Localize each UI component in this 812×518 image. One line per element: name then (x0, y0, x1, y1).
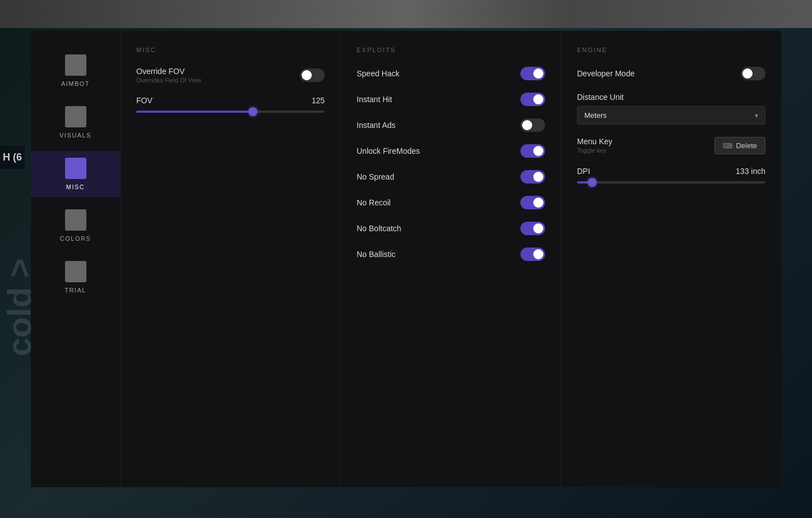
menu-key-button[interactable]: ⌨ Delete (714, 137, 765, 154)
speed-hack-label: Speed Hack (357, 69, 399, 78)
misc-title: MISC (136, 47, 325, 53)
dpi-slider-track[interactable] (577, 181, 765, 184)
no-recoil-label: No Recoil (357, 198, 391, 207)
instant-ads-toggle[interactable] (520, 118, 545, 132)
no-boltcatch-label: No Boltcatch (357, 224, 401, 233)
dpi-slider-header: DPI 133 inch (577, 167, 765, 176)
sidebar-item-aimbot[interactable]: AIMBOT (31, 48, 120, 94)
menu-key-info: Menu Key Toggle key (577, 137, 612, 154)
sidebar-label-aimbot: AIMBOT (61, 80, 90, 87)
sidebar-item-colors[interactable]: COLORS (31, 203, 120, 249)
no-boltcatch-knob (533, 223, 543, 233)
override-fov-toggle[interactable] (300, 68, 325, 82)
dpi-label: DPI (577, 167, 590, 176)
menu-key-header: Menu Key Toggle key ⌨ Delete (577, 137, 765, 154)
content-area: MISC Override FOV Overrides Field Of Vie… (121, 31, 781, 487)
fov-slider-track[interactable] (136, 111, 325, 113)
instant-ads-row: Instant Ads (357, 118, 545, 132)
chevron-down-icon: ▾ (755, 112, 758, 120)
engine-panel: ENGINE Developer Mode Distance Unit Mete… (561, 31, 781, 487)
sidebar-item-trial[interactable]: TRIAL (31, 254, 120, 300)
fov-label: FOV (136, 96, 153, 105)
distance-unit-value: Meters (584, 111, 607, 120)
override-fov-label: Override FOV (136, 67, 201, 76)
menu-key-sublabel: Toggle key (577, 147, 612, 154)
unlock-firemodes-toggle[interactable] (520, 144, 545, 158)
developer-mode-row: Developer Mode (577, 67, 765, 80)
speed-hack-row: Speed Hack (357, 67, 545, 80)
sidebar: AIMBOT VISUALS MISC COLORS TRIAL (31, 31, 121, 487)
instant-ads-knob (522, 120, 532, 130)
distance-unit-dropdown[interactable]: Meters ▾ (577, 106, 765, 125)
no-recoil-toggle[interactable] (520, 196, 545, 209)
distance-unit-label: Distance Unit (577, 93, 765, 102)
sidebar-item-misc[interactable]: MISC (31, 151, 120, 197)
trial-icon (65, 261, 86, 282)
instant-hit-toggle[interactable] (520, 93, 545, 106)
instant-hit-row: Instant Hit (357, 93, 545, 106)
top-bar-image (0, 0, 812, 28)
sidebar-label-trial: TRIAL (64, 287, 86, 294)
speed-hack-knob (533, 68, 543, 79)
instant-ads-label: Instant Ads (357, 121, 395, 130)
keyboard-icon: ⌨ (723, 142, 732, 150)
no-recoil-knob (533, 198, 543, 208)
instant-hit-label: Instant Hit (357, 95, 392, 104)
unlock-firemodes-knob (533, 146, 543, 156)
partial-left-text: H (6 (0, 146, 25, 169)
fov-slider-thumb[interactable] (248, 107, 257, 116)
no-boltcatch-toggle[interactable] (520, 222, 545, 235)
exploits-title: EXPLOITS (357, 47, 545, 53)
dpi-value: 133 inch (736, 167, 765, 176)
misc-icon (65, 158, 86, 179)
distance-unit-row: Distance Unit Meters ▾ (577, 93, 765, 125)
no-ballistic-row: No Ballistic (357, 247, 545, 261)
main-container: AIMBOT VISUALS MISC COLORS TRIAL MISC (31, 31, 781, 487)
override-fov-row: Override FOV Overrides Field Of View (136, 67, 325, 84)
instant-hit-knob (533, 94, 543, 104)
developer-mode-knob (742, 68, 753, 79)
no-recoil-row: No Recoil (357, 196, 545, 209)
menu-key-value: Delete (736, 141, 757, 150)
no-ballistic-toggle[interactable] (520, 247, 545, 261)
menu-key-label: Menu Key (577, 137, 612, 146)
no-ballistic-knob (533, 249, 543, 259)
sidebar-label-misc: MISC (66, 184, 85, 190)
no-spread-row: No Spread (357, 170, 545, 184)
no-spread-toggle[interactable] (520, 170, 545, 184)
developer-mode-label: Developer Mode (577, 69, 635, 78)
speed-hack-toggle[interactable] (520, 67, 545, 80)
override-fov-label-group: Override FOV Overrides Field Of View (136, 67, 201, 84)
override-fov-sublabel: Overrides Field Of View (136, 77, 201, 84)
no-spread-label: No Spread (357, 172, 394, 181)
misc-panel: MISC Override FOV Overrides Field Of Vie… (121, 31, 341, 487)
visuals-icon (65, 106, 86, 127)
fov-value: 125 (312, 96, 325, 105)
menu-key-row: Menu Key Toggle key ⌨ Delete (577, 137, 765, 154)
dpi-slider-row: DPI 133 inch (577, 167, 765, 184)
sidebar-item-visuals[interactable]: VISUALS (31, 99, 120, 145)
fov-slider-fill (136, 111, 253, 113)
exploits-panel: EXPLOITS Speed Hack Instant Hit Instant … (341, 31, 561, 487)
sidebar-label-visuals: VISUALS (59, 132, 91, 139)
unlock-firemodes-row: Unlock FireModes (357, 144, 545, 158)
override-fov-knob (302, 70, 312, 80)
aimbot-icon (65, 54, 86, 76)
top-bar (0, 0, 812, 28)
no-boltcatch-row: No Boltcatch (357, 222, 545, 235)
engine-title: ENGINE (577, 47, 765, 53)
unlock-firemodes-label: Unlock FireModes (357, 146, 420, 155)
sidebar-label-colors: COLORS (60, 235, 91, 242)
fov-slider-header: FOV 125 (136, 96, 325, 105)
developer-mode-toggle[interactable] (741, 67, 765, 80)
fov-slider-row: FOV 125 (136, 96, 325, 113)
no-ballistic-label: No Ballistic (357, 250, 395, 259)
dpi-slider-thumb[interactable] (588, 178, 597, 187)
no-spread-knob (533, 172, 543, 182)
colors-icon (65, 209, 86, 231)
